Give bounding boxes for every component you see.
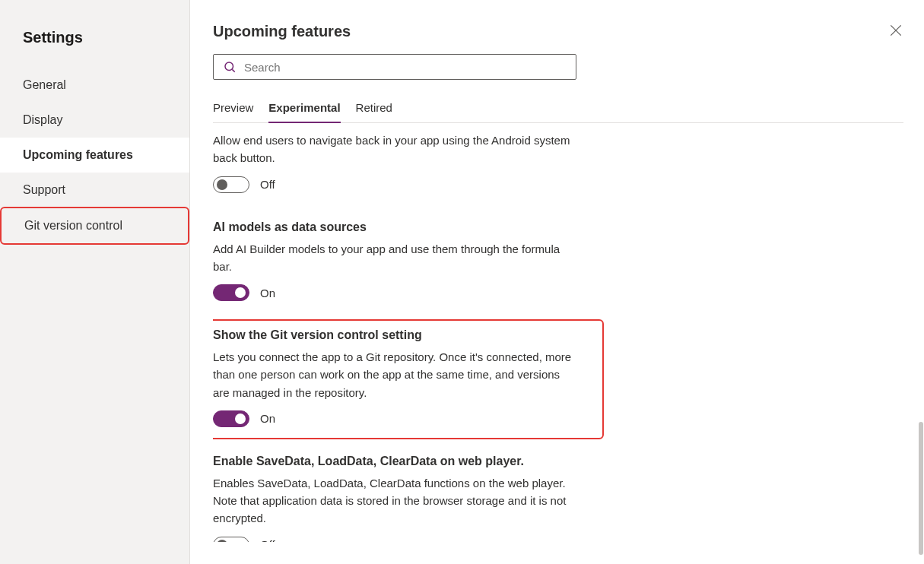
close-button[interactable] <box>888 23 903 40</box>
feature-title: AI models as data sources <box>213 220 888 234</box>
search-icon <box>223 60 237 74</box>
tabs: Preview Experimental Retired <box>213 95 903 123</box>
feature-ai-models: AI models as data sources Add AI Builder… <box>213 216 888 306</box>
tab-preview[interactable]: Preview <box>213 95 253 122</box>
toggle-label: Off <box>260 178 275 191</box>
feature-title: Enable SaveData, LoadData, ClearData on … <box>213 455 888 468</box>
toggle-label: On <box>260 287 275 299</box>
toggle-row: Off <box>213 537 888 543</box>
search-input[interactable] <box>244 61 567 74</box>
feature-title: Show the Git version control setting <box>213 328 888 342</box>
feature-android-back-button: Allow end users to navigate back in your… <box>213 131 888 198</box>
page-title: Upcoming features <box>213 23 903 40</box>
sidebar-item-general[interactable]: General <box>0 68 189 103</box>
settings-sidebar: Settings General Display Upcoming featur… <box>0 0 190 564</box>
sidebar-item-display[interactable]: Display <box>0 103 189 138</box>
svg-line-3 <box>232 69 234 71</box>
feature-desc: Enables SaveData, LoadData, ClearData fu… <box>213 474 576 528</box>
toggle-switch[interactable] <box>213 284 249 301</box>
sidebar-item-git-version-control[interactable]: Git version control <box>0 207 189 245</box>
search-box[interactable] <box>213 54 576 80</box>
toggle-switch[interactable] <box>213 176 249 193</box>
toggle-label: Off <box>260 538 275 542</box>
feature-git-version-control: Show the Git version control setting Let… <box>213 324 888 432</box>
toggle-switch[interactable] <box>213 537 249 543</box>
svg-point-2 <box>225 62 233 71</box>
main-panel: Upcoming features Preview Experimental R… <box>190 0 924 564</box>
sidebar-item-support[interactable]: Support <box>0 173 189 208</box>
toggle-row: Off <box>213 176 888 193</box>
feature-desc: Lets you connect the app to a Git reposi… <box>213 348 576 401</box>
tab-experimental[interactable]: Experimental <box>268 95 340 122</box>
feature-savedata-web: Enable SaveData, LoadData, ClearData on … <box>213 450 888 542</box>
feature-desc: Allow end users to navigate back in your… <box>213 131 576 167</box>
scrollbar[interactable] <box>919 422 923 555</box>
features-list[interactable]: Allow end users to navigate back in your… <box>213 131 903 542</box>
toggle-row: On <box>213 284 888 301</box>
feature-desc: Add AI Builder models to your app and us… <box>213 240 576 276</box>
tab-retired[interactable]: Retired <box>356 95 392 122</box>
toggle-row: On <box>213 410 888 427</box>
sidebar-title: Settings <box>0 0 189 68</box>
toggle-switch[interactable] <box>213 410 249 427</box>
close-icon <box>888 23 903 38</box>
sidebar-item-upcoming-features[interactable]: Upcoming features <box>0 138 189 173</box>
toggle-label: On <box>260 412 275 425</box>
